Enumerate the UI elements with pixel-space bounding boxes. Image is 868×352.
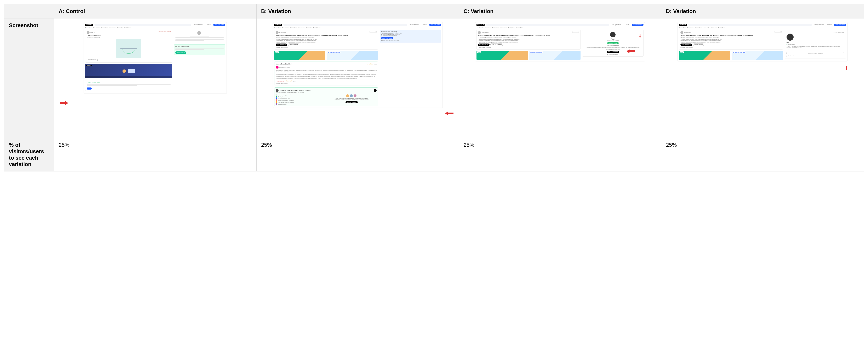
- join-button[interactable]: JOIN FOR FREE: [632, 24, 644, 26]
- ad-thumbs: DAVE MY SHELTER PETS ARE: [274, 51, 378, 60]
- tutor-avatar: [786, 34, 794, 41]
- row-screenshot-header: Screenshot: [4, 19, 54, 138]
- side-user-card: [174, 30, 225, 43]
- sidebox-title: Get more out of Brainly: [381, 31, 440, 33]
- nav-honor[interactable]: Honor code: [109, 27, 116, 28]
- join-button[interactable]: JOIN FOR FREE: [429, 24, 441, 26]
- question-title: Which statements are true regarding the …: [680, 34, 782, 36]
- primary-cta-button[interactable]: [87, 87, 92, 90]
- callout-arrow-icon: [844, 64, 849, 72]
- cell-d-screenshot: BRAINLY ASK QUESTION LOG IN JOIN FOR FRE…: [661, 19, 864, 138]
- nav-teachers[interactable]: For teachers: [492, 27, 499, 28]
- nav-honor[interactable]: Honor code: [298, 27, 305, 28]
- ad-thumb[interactable]: DAVE: [679, 51, 731, 60]
- nav-teachers[interactable]: For teachers: [695, 27, 702, 28]
- ask-expert-button[interactable]: ASK AN EXPERT: [490, 43, 503, 46]
- nav-parents[interactable]: For parents: [93, 27, 100, 28]
- login-to-comment[interactable]: Log In to add comment: [680, 47, 782, 48]
- session-now-button[interactable]: SESSION NOW: [607, 42, 619, 44]
- graph-image: [116, 39, 141, 58]
- star-icon: ★★★★★: [367, 63, 373, 65]
- search-input[interactable]: [688, 24, 812, 26]
- cell-c-screenshot: BRAINLY ASK QUESTION LOG IN JOIN FOR FRE…: [459, 19, 661, 138]
- ad-thumb[interactable]: MY SHELTER PETS ARE: [327, 51, 378, 60]
- tutor-bio: "I have a 10 years experience teaching a…: [786, 46, 844, 48]
- login-link[interactable]: LOG IN: [421, 24, 428, 26]
- question-card: Bugs Bunny answered Which statements are…: [476, 30, 581, 50]
- see-how-link[interactable]: See how it works: [788, 55, 797, 57]
- ask-expert-button[interactable]: ASK AN EXPERT: [607, 51, 619, 53]
- nav-app[interactable]: Brainly App: [306, 27, 312, 28]
- grade-cta-button[interactable]: See tutor plans: [175, 51, 186, 54]
- see-how-link[interactable]: See how it works: [609, 54, 618, 55]
- nav-teachers[interactable]: For teachers: [290, 27, 297, 28]
- svg-marker-1: [445, 111, 454, 115]
- callout-arrow-icon: [626, 49, 635, 53]
- expand-icon[interactable]: +: [374, 89, 377, 92]
- login-to-comment[interactable]: Log In to add comment: [276, 47, 377, 48]
- ad-thumb[interactable]: DAVE: [476, 51, 528, 60]
- nav-tutor[interactable]: Brainly Tutor: [516, 27, 523, 28]
- nav-app[interactable]: Brainly App: [508, 27, 515, 28]
- svg-marker-2: [639, 34, 641, 38]
- nav-students[interactable]: For students: [476, 27, 483, 28]
- nav-honor[interactable]: Honor code: [703, 27, 709, 28]
- add-answer-button[interactable]: ADD ANSWER: [288, 43, 299, 46]
- already-login-link[interactable]: Already have an account? Log In: [381, 40, 440, 41]
- question-card: Bugs Bunny answered Which statements are…: [274, 30, 378, 50]
- search-input[interactable]: [283, 24, 407, 26]
- ad-thumb[interactable]: MY SHELTER PETS ARE: [732, 51, 783, 60]
- nav-tutor[interactable]: Brainly Tutor: [313, 27, 320, 28]
- ask-expert-button[interactable]: ASK AN EXPERT: [345, 101, 358, 103]
- avatar: [276, 31, 279, 34]
- login-link[interactable]: LOG IN: [206, 24, 212, 26]
- add-answer-button[interactable]: ADD ANSWER: [87, 59, 98, 61]
- answered-badge: answered: [370, 31, 377, 33]
- question-title: Which statements are true regarding the …: [276, 34, 377, 36]
- search-input[interactable]: [94, 24, 191, 26]
- nav-parents[interactable]: For parents: [485, 27, 491, 28]
- mini-page-c: BRAINLY ASK QUESTION LOG IN JOIN FOR FRE…: [475, 22, 645, 61]
- ask-question-link[interactable]: ASK QUESTION: [192, 24, 204, 26]
- col-c-header: C: Variation: [459, 4, 661, 19]
- nav-app[interactable]: Brainly App: [711, 27, 717, 28]
- nav-app[interactable]: Brainly App: [117, 27, 123, 28]
- answer-card: Answer Expert Verified ★★★★★ 5.0/5 Naayo…: [274, 62, 378, 85]
- ask-question-link[interactable]: ASK QUESTION: [611, 24, 622, 26]
- nav-tutor[interactable]: Brainly Tutor: [718, 27, 725, 28]
- login-to-comment[interactable]: Log In to add comment: [478, 47, 579, 48]
- see-answers-button[interactable]: SEE ANSWERS: [276, 43, 287, 46]
- see-answers-button[interactable]: SEE ANSWERS: [680, 43, 692, 46]
- ad-thumb[interactable]: DAVE: [274, 51, 326, 60]
- join-button[interactable]: JOIN FOR FREE: [834, 24, 846, 26]
- login-to-comment[interactable]: Log In to add comment: [276, 83, 377, 84]
- login-link[interactable]: LOG IN: [826, 24, 833, 26]
- ab-test-table: A: Control B: Variation C: Variation D: …: [4, 4, 864, 171]
- nav-parents[interactable]: For parents: [687, 27, 694, 28]
- question-author: Bugs Bunny: [482, 32, 488, 33]
- nav-students[interactable]: For students: [679, 27, 686, 28]
- join-button[interactable]: JOIN FOR FREE: [381, 37, 393, 39]
- try-demo-button[interactable]: TRY A 1:1 DEMO SESSION: [786, 52, 844, 54]
- login-link[interactable]: LOG IN: [624, 24, 630, 26]
- nav-honor[interactable]: Honor code: [500, 27, 507, 28]
- ask-question-link[interactable]: ASK QUESTION: [408, 24, 420, 26]
- see-answers-button[interactable]: SEE ANSWERS: [478, 43, 490, 46]
- search-input[interactable]: [486, 24, 609, 26]
- add-answer-button[interactable]: ADD ANSWER: [693, 43, 704, 46]
- nav-students[interactable]: For students: [274, 27, 281, 28]
- nav-parents[interactable]: For parents: [282, 27, 289, 28]
- nav-row: For students For parents For teachers Ho…: [85, 27, 225, 28]
- answer-para: Substitute any value for the variable in…: [276, 69, 377, 73]
- ad-thumb[interactable]: MY SHELTER PETS ARE: [529, 51, 581, 60]
- join-button[interactable]: JOIN FOR FREE: [213, 24, 225, 26]
- nav-students[interactable]: For students: [85, 27, 92, 28]
- thanks-count[interactable]: THANKS 107: [277, 81, 285, 82]
- video-player[interactable]: BRAINLY: [85, 64, 172, 78]
- brand-logo: BRAINLY: [679, 24, 687, 26]
- nav-teachers[interactable]: For teachers: [101, 27, 108, 28]
- ask-question-link[interactable]: ASK QUESTION: [813, 24, 825, 26]
- nav-tutor[interactable]: Brainly Tutor: [124, 27, 131, 28]
- brand-logo: BRAINLY: [476, 24, 484, 26]
- nav-row: For students For parents For teachers Ho…: [476, 27, 644, 28]
